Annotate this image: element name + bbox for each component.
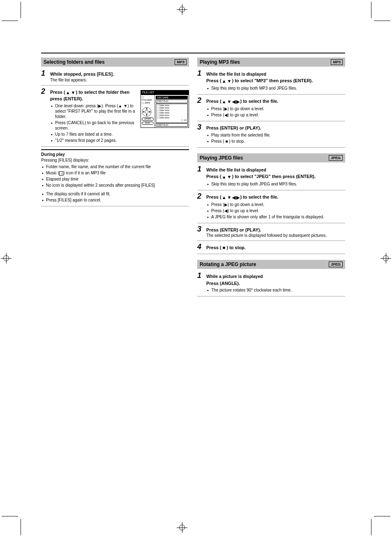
right-icon: ▶: [236, 194, 240, 201]
list-item: Play starts from the selected file.: [206, 132, 345, 138]
crop-mark: [21, 519, 21, 535]
list-item: Skip this step to play both JPEG and MP3…: [206, 181, 345, 187]
step-2: 2 Press (▲▼◀▶) to select the file. Press…: [197, 95, 345, 121]
up-icon: ▲: [222, 194, 226, 201]
left-icon: ◀: [232, 194, 235, 201]
list-item: Up to 7 files are listed at a time.: [50, 132, 189, 137]
list-item: No icon is displayed within 2 seconds af…: [41, 183, 189, 188]
section-title-selecting: Selecting folders and files MP3: [41, 58, 189, 67]
list-item: The display scrolls if it cannot all fit…: [41, 191, 189, 197]
list-item: Press (◀) to go up a level.: [206, 112, 345, 118]
list-item: Elapsed play time: [41, 176, 189, 182]
right-column: Playing MP3 files MP3 1 While the file l…: [197, 58, 345, 296]
registration-mark-icon: [1, 253, 12, 264]
section-title-mp3: Playing MP3 files MP3: [197, 58, 345, 67]
manual-page: Selecting folders and files MP3 1 While …: [41, 53, 345, 296]
step-4: 4 Press ( ■ ) to stop.: [197, 241, 345, 254]
list-item: Press [FILES] again to cancel.: [41, 197, 189, 203]
step-1: 1 While stopped, press [FILES]. The file…: [41, 67, 189, 86]
crop-mark: [2, 516, 18, 516]
badge-jpeg: JPEG: [329, 262, 343, 267]
down-icon: ▼: [227, 174, 232, 180]
badge-mp3: MP3: [331, 59, 343, 65]
badge-mp3: MP3: [175, 59, 187, 65]
list-item: The picture rotates 90° clockwise each t…: [206, 287, 345, 293]
crop-mark: [21, 2, 21, 18]
left-icon: ◀: [232, 99, 235, 105]
crop-mark: [371, 2, 371, 18]
list-item: Press ( ■ ) to stop.: [206, 139, 345, 144]
up-icon: ▲: [222, 99, 226, 105]
registration-mark-icon: [177, 4, 187, 15]
music-icon: ♪: [59, 171, 63, 176]
right-icon: ▶: [236, 99, 240, 105]
section-title-rotate: Rotating a JPEG picture JPEG: [197, 260, 345, 269]
section-title-jpeg: Playing JPEG files JPEG: [197, 153, 345, 162]
crop-mark: [2, 21, 18, 21]
list-item: Press (CANCEL) to go back to the previou…: [50, 120, 189, 131]
step-2: 2 FILE LIST FOLDER MP3 ENTER: [41, 86, 189, 147]
registration-mark-icon: [380, 253, 391, 264]
list-item: "1/2" means first page of 2 pages.: [50, 138, 189, 143]
up-icon: ▲: [222, 174, 226, 180]
up-icon: ▲: [222, 78, 226, 84]
up-icon: ▲: [66, 90, 70, 96]
step-3: 3 Press (ENTER) or (PLAY). The selected …: [197, 223, 345, 241]
crop-mark: [374, 516, 390, 516]
registration-mark-icon: [177, 522, 187, 533]
down-icon: ▼: [227, 78, 232, 84]
list-item: Press (▶) to go down a level.: [206, 106, 345, 111]
down-icon: ▼: [71, 90, 76, 96]
list-item: Folder name, file name, and the number o…: [41, 164, 189, 169]
step-1: 1 While the file list is displayed Press…: [197, 163, 345, 190]
list-item: Press (▶) to go down a level.: [206, 202, 345, 207]
step-3: 3 Press (ENTER) or (PLAY). Play starts f…: [197, 121, 345, 148]
list-item: One level down: press (▶). Press (▲ ▼) t…: [50, 103, 189, 119]
crop-mark: [371, 519, 371, 535]
down-icon: ▼: [227, 99, 232, 105]
list-item: Music (♪) icon if it is an MP3 file: [41, 170, 189, 176]
crop-mark: [374, 21, 390, 21]
during-play-block: During play Pressing [FILES] displays: F…: [41, 152, 189, 206]
step-1: 1 While the file list is displayed Press…: [197, 67, 345, 95]
badge-jpeg: JPEG: [329, 155, 343, 161]
list-item: Press (◀) to go up a level.: [206, 208, 345, 213]
list-item: Skip this step to play both MP3 and JPEG…: [206, 86, 345, 91]
list-item: A JPEG file is shown only after 1 of the…: [206, 214, 345, 220]
down-icon: ▼: [227, 194, 232, 201]
left-column: Selecting folders and files MP3 1 While …: [41, 58, 189, 296]
step-2: 2 Press (▲▼◀▶) to select the file. Press…: [197, 190, 345, 223]
step-1: 1 While a picture is displayed Press (AN…: [197, 270, 345, 296]
